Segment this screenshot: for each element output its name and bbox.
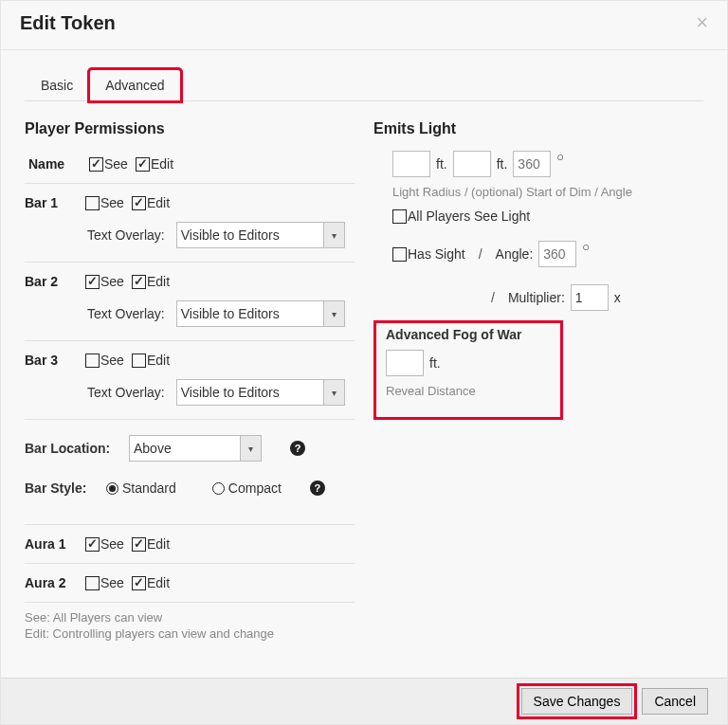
- radio-label: Standard: [122, 480, 176, 496]
- select-value: Visible to Editors: [181, 385, 304, 400]
- row-bar3: Bar 3 See Edit: [25, 347, 355, 373]
- light-caption: Light Radius / (optional) Start of Dim /…: [392, 185, 703, 199]
- checkbox-label: Edit: [147, 274, 170, 289]
- select-bar2-overlay[interactable]: Visible to Editors ▾: [176, 300, 345, 327]
- row-has-sight: Has Sight / Angle: ○: [392, 241, 703, 267]
- radio-compact[interactable]: Compact: [212, 480, 282, 496]
- label-bar1: Bar 1: [25, 195, 78, 210]
- checkbox-icon: [392, 209, 407, 224]
- checkbox-all-see-light[interactable]: All Players See Light: [392, 208, 530, 224]
- save-button[interactable]: Save Changes: [521, 688, 633, 715]
- dialog-footer: Save Changes Cancel: [1, 678, 727, 724]
- divider: [25, 602, 355, 603]
- checkbox-name-edit[interactable]: Edit: [136, 156, 173, 172]
- checkbox-icon: [85, 275, 100, 289]
- label-aura1: Aura 1: [25, 536, 78, 552]
- checkbox-label: Edit: [147, 353, 170, 368]
- label-bar-location: Bar Location:: [25, 441, 119, 456]
- row-multiplier: / Multiplier: x: [392, 284, 703, 311]
- row-name: Name See Edit: [25, 151, 355, 177]
- checkbox-bar3-edit[interactable]: Edit: [132, 353, 170, 368]
- label-bar3: Bar 3: [25, 353, 78, 368]
- checkbox-aura2-edit[interactable]: Edit: [132, 575, 170, 590]
- select-value: Visible to Editors: [181, 227, 304, 243]
- row-bar-style: Bar Style: Standard Compact ?: [25, 471, 355, 505]
- overlay-label: Text Overlay:: [87, 306, 165, 321]
- overlay-label: Text Overlay:: [87, 227, 165, 243]
- cancel-button[interactable]: Cancel: [642, 688, 708, 715]
- label-multiplier: Multiplier:: [508, 290, 565, 305]
- label-bar2: Bar 2: [25, 274, 78, 289]
- divider: [25, 183, 355, 184]
- note-edit: Edit: Controlling players can view and c…: [25, 626, 355, 641]
- degree-icon: ○: [556, 150, 564, 164]
- checkbox-icon: [132, 353, 146, 368]
- columns: Player Permissions Name See Edit Bar 1 S…: [25, 120, 703, 641]
- radio-standard[interactable]: Standard: [106, 480, 176, 496]
- row-aura2: Aura 2 See Edit: [25, 570, 355, 596]
- checkbox-aura1-edit[interactable]: Edit: [132, 536, 170, 552]
- checkbox-label: See: [100, 274, 124, 289]
- radio-icon: [106, 482, 118, 495]
- checkbox-name-see[interactable]: See: [89, 156, 128, 172]
- col-permissions: Player Permissions Name See Edit Bar 1 S…: [25, 120, 355, 641]
- fog-caption: Reveal Distance: [386, 384, 551, 398]
- checkbox-bar3-see[interactable]: See: [85, 353, 124, 368]
- input-light-radius[interactable]: [392, 151, 430, 177]
- slash: /: [471, 246, 490, 262]
- tab-basic[interactable]: Basic: [25, 69, 89, 101]
- select-bar-location[interactable]: Above ▾: [129, 435, 262, 462]
- divider: [25, 262, 355, 263]
- input-multiplier[interactable]: [571, 284, 609, 311]
- chevron-down-icon: ▾: [323, 380, 344, 405]
- divider: [25, 563, 355, 564]
- help-icon[interactable]: ?: [290, 441, 305, 456]
- edit-token-dialog: Edit Token × Basic Advanced Player Permi…: [0, 0, 728, 725]
- select-bar3-overlay[interactable]: Visible to Editors ▾: [176, 379, 345, 406]
- input-light-angle[interactable]: [513, 151, 551, 177]
- checkbox-has-sight[interactable]: Has Sight: [392, 246, 465, 262]
- divider: [25, 340, 355, 341]
- checkbox-icon: [132, 537, 146, 552]
- divider: [25, 524, 355, 525]
- checkbox-label: All Players See Light: [408, 208, 530, 224]
- select-bar1-overlay[interactable]: Visible to Editors ▾: [176, 222, 345, 248]
- checkbox-label: Has Sight: [408, 246, 465, 262]
- input-light-dim[interactable]: [453, 151, 491, 177]
- row-bar2: Bar 2 See Edit: [25, 268, 355, 295]
- checkbox-icon: [85, 196, 100, 210]
- checkbox-label: See: [104, 156, 128, 172]
- checkbox-aura1-see[interactable]: See: [85, 536, 124, 552]
- permissions-title: Player Permissions: [25, 120, 355, 137]
- slash: /: [483, 290, 502, 305]
- checkbox-aura2-see[interactable]: See: [85, 575, 124, 590]
- dialog-header: Edit Token ×: [1, 1, 727, 50]
- checkbox-icon: [132, 275, 146, 289]
- radio-label: Compact: [228, 480, 282, 496]
- checkbox-bar1-see[interactable]: See: [85, 195, 124, 210]
- label-angle: Angle:: [496, 246, 534, 262]
- checkbox-bar2-edit[interactable]: Edit: [132, 274, 170, 289]
- help-icon[interactable]: ?: [310, 480, 325, 496]
- input-sight-angle[interactable]: [538, 241, 576, 267]
- note-see: See: All Players can view: [25, 610, 355, 625]
- tab-advanced[interactable]: Advanced: [89, 69, 180, 101]
- label-x: x: [614, 290, 621, 305]
- input-fog-distance[interactable]: [386, 350, 424, 376]
- overlay-label: Text Overlay:: [87, 385, 165, 400]
- checkbox-label: Edit: [147, 195, 170, 210]
- divider: [25, 419, 355, 420]
- tab-bar: Basic Advanced: [25, 69, 703, 101]
- checkbox-icon: [132, 576, 146, 590]
- advanced-fog-box: Advanced Fog of War ft. Reveal Distance: [373, 320, 563, 420]
- label-aura2: Aura 2: [25, 575, 78, 590]
- checkbox-label: See: [100, 353, 124, 368]
- checkbox-bar1-edit[interactable]: Edit: [132, 195, 170, 210]
- unit-ft: ft.: [436, 156, 447, 172]
- unit-ft: ft.: [429, 355, 441, 371]
- checkbox-icon: [132, 196, 146, 210]
- checkbox-label: See: [100, 575, 124, 590]
- checkbox-bar2-see[interactable]: See: [85, 274, 124, 289]
- close-button[interactable]: ×: [696, 10, 708, 35]
- label-name: Name: [28, 156, 82, 172]
